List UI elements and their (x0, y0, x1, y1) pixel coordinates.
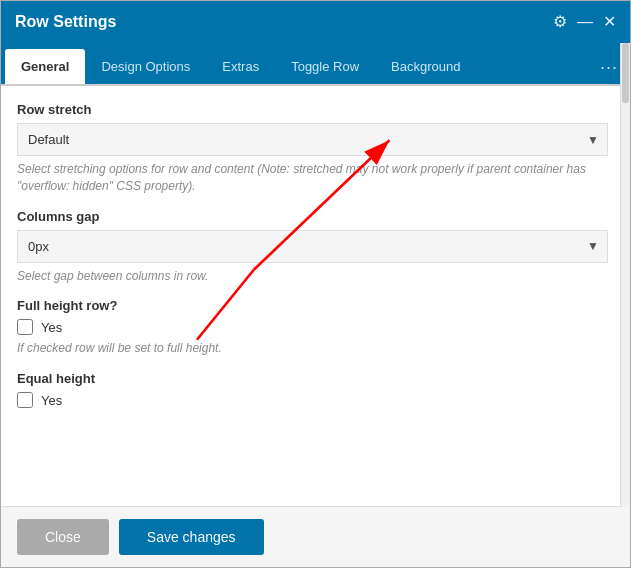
footer: Close Save changes (1, 506, 630, 567)
equal-height-label: Equal height (17, 371, 608, 386)
equal-height-group: Equal height Yes (17, 371, 608, 408)
columns-gap-label: Columns gap (17, 209, 608, 224)
tab-bar: General Design Options Extras Toggle Row… (1, 43, 630, 86)
dialog: Row Settings ⚙ — ✕ General Design Option… (0, 0, 631, 568)
tab-design-options[interactable]: Design Options (85, 49, 206, 84)
row-stretch-label: Row stretch (17, 102, 608, 117)
close-icon[interactable]: ✕ (603, 14, 616, 30)
tab-background[interactable]: Background (375, 49, 476, 84)
equal-height-checkbox[interactable] (17, 392, 33, 408)
minimize-icon[interactable]: — (577, 14, 593, 30)
full-height-row-label: Full height row? (17, 298, 608, 313)
row-stretch-select-wrapper: Default Stretch row Stretch row and cont… (17, 123, 608, 156)
columns-gap-group: Columns gap 0px 1px 2px 4px 8px ▼ Select… (17, 209, 608, 285)
columns-gap-help: Select gap between columns in row. (17, 268, 608, 285)
columns-gap-select-wrapper: 0px 1px 2px 4px 8px ▼ (17, 230, 608, 263)
tab-general[interactable]: General (5, 49, 85, 84)
row-stretch-group: Row stretch Default Stretch row Stretch … (17, 102, 608, 195)
full-height-row-checkbox[interactable] (17, 319, 33, 335)
full-height-row-checkbox-row: Yes (17, 319, 608, 335)
settings-icon[interactable]: ⚙ (553, 14, 567, 30)
equal-height-checkbox-label: Yes (41, 393, 62, 408)
content-area: Row stretch Default Stretch row Stretch … (1, 86, 630, 506)
row-stretch-help: Select stretching options for row and co… (17, 161, 608, 195)
title-bar: Row Settings ⚙ — ✕ (1, 1, 630, 43)
tab-toggle-row[interactable]: Toggle Row (275, 49, 375, 84)
row-stretch-select[interactable]: Default Stretch row Stretch row and cont… (18, 124, 607, 155)
tab-extras[interactable]: Extras (206, 49, 275, 84)
full-height-row-checkbox-label: Yes (41, 320, 62, 335)
dialog-title: Row Settings (15, 13, 116, 31)
close-button[interactable]: Close (17, 519, 109, 555)
equal-height-checkbox-row: Yes (17, 392, 608, 408)
save-button[interactable]: Save changes (119, 519, 264, 555)
columns-gap-select[interactable]: 0px 1px 2px 4px 8px (18, 231, 607, 262)
full-height-row-help: If checked row will be set to full heigh… (17, 340, 608, 357)
title-bar-controls: ⚙ — ✕ (553, 14, 616, 30)
full-height-row-group: Full height row? Yes If checked row will… (17, 298, 608, 357)
